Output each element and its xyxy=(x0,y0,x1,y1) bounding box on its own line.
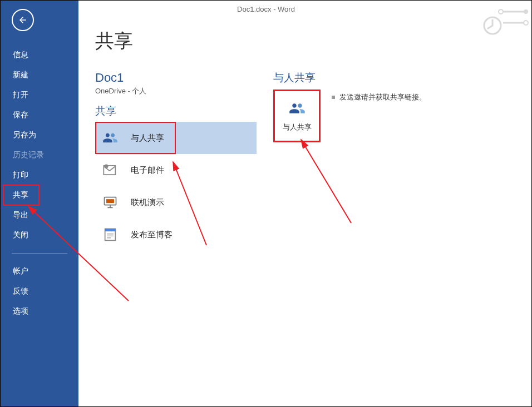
option-email[interactable]: 电子邮件 xyxy=(95,154,257,186)
svg-point-1 xyxy=(105,165,109,168)
blog-icon xyxy=(102,226,119,243)
sidebar-item-print[interactable]: 打印 xyxy=(1,165,78,185)
bullet-icon xyxy=(332,96,335,99)
sidebar-item-label: 反馈 xyxy=(13,286,28,295)
sidebar-item-label: 历史记录 xyxy=(13,150,44,159)
sidebar-item-export[interactable]: 导出 xyxy=(1,205,78,225)
back-arrow-icon xyxy=(18,15,28,25)
share-with-people-tile[interactable]: 与人共享 xyxy=(273,90,321,142)
sidebar: 信息 新建 打开 保存 另存为 历史记录 打印 共享 导出 关闭 帐户 反馈 选… xyxy=(1,1,78,406)
option-present-online[interactable]: 联机演示 xyxy=(95,186,257,219)
sidebar-item-label: 帐户 xyxy=(13,266,28,275)
option-label: 电子邮件 xyxy=(131,165,164,176)
back-button[interactable] xyxy=(12,9,34,31)
sidebar-item-label: 新建 xyxy=(13,70,28,79)
sidebar-item-open[interactable]: 打开 xyxy=(1,85,78,105)
sidebar-item-label: 打印 xyxy=(13,170,28,179)
share-description: 发送邀请并获取共享链接。 xyxy=(332,92,426,102)
sidebar-item-label: 关闭 xyxy=(13,230,28,239)
page-title: 共享 xyxy=(95,28,531,54)
section-title: 共享 xyxy=(95,104,257,118)
people-icon xyxy=(289,100,306,117)
watermark-icon xyxy=(479,3,529,37)
sidebar-item-share[interactable]: 共享 xyxy=(1,185,78,205)
sidebar-item-label: 另存为 xyxy=(13,130,36,139)
sidebar-item-close[interactable]: 关闭 xyxy=(1,225,78,245)
people-icon xyxy=(102,130,119,146)
svg-point-15 xyxy=(524,9,528,14)
sidebar-item-info[interactable]: 信息 xyxy=(1,45,78,65)
sidebar-item-label: 保存 xyxy=(13,110,28,119)
option-label: 联机演示 xyxy=(131,197,164,208)
option-publish-blog[interactable]: 发布至博客 xyxy=(95,219,257,251)
present-icon xyxy=(102,194,119,211)
sidebar-item-account[interactable]: 帐户 xyxy=(1,261,78,281)
right-panel-title: 与人共享 xyxy=(273,71,426,85)
sidebar-item-history: 历史记录 xyxy=(1,145,78,165)
sidebar-item-label: 导出 xyxy=(13,210,28,219)
svg-rect-5 xyxy=(105,229,116,232)
doc-location: OneDrive - 个人 xyxy=(95,86,257,96)
sidebar-item-label: 共享 xyxy=(13,190,28,199)
sidebar-item-options[interactable]: 选项 xyxy=(1,301,78,321)
tile-label: 与人共享 xyxy=(283,122,312,132)
doc-title: Doc1 xyxy=(95,71,257,85)
svg-point-14 xyxy=(499,9,503,14)
sidebar-item-new[interactable]: 新建 xyxy=(1,65,78,85)
sidebar-item-label: 选项 xyxy=(13,306,28,315)
option-share-with-people[interactable]: 与人共享 xyxy=(95,122,257,154)
sidebar-item-label: 打开 xyxy=(13,90,28,99)
sidebar-item-label: 信息 xyxy=(13,50,28,59)
svg-rect-3 xyxy=(106,199,114,203)
sidebar-item-saveas[interactable]: 另存为 xyxy=(1,125,78,145)
option-label: 发布至博客 xyxy=(131,230,173,240)
sidebar-item-feedback[interactable]: 反馈 xyxy=(1,281,78,301)
sidebar-divider xyxy=(12,253,67,254)
share-options-list: 与人共享 电子邮件 联机演示 xyxy=(95,122,257,251)
main-content: 共享 Doc1 OneDrive - 个人 共享 与人共享 电子邮件 xyxy=(78,1,531,406)
desc-text: 发送邀请并获取共享链接。 xyxy=(339,92,426,102)
option-label: 与人共享 xyxy=(131,133,164,143)
email-icon xyxy=(102,162,119,178)
sidebar-item-save[interactable]: 保存 xyxy=(1,105,78,125)
svg-point-17 xyxy=(524,21,528,25)
